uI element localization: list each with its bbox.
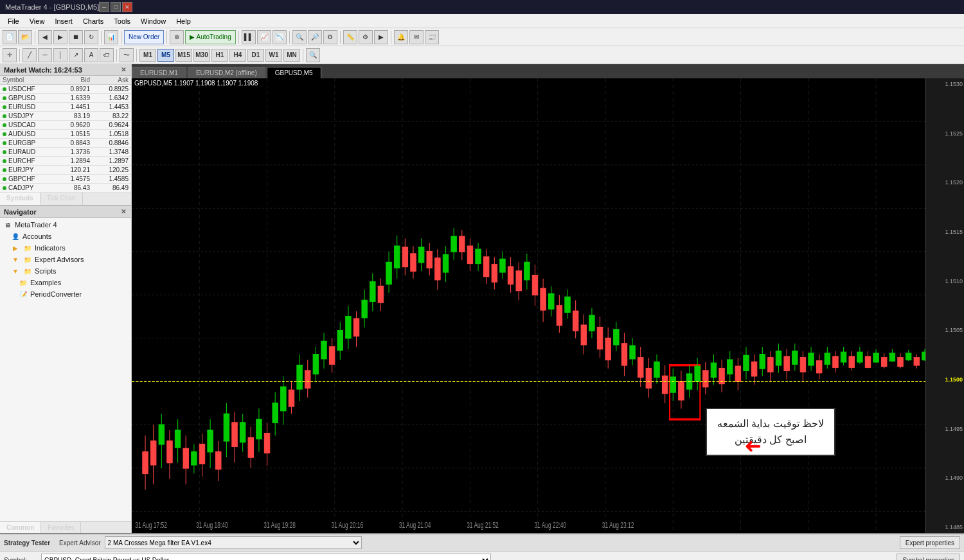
svg-rect-105	[476, 249, 481, 263]
new-order-button[interactable]: New Order	[124, 30, 164, 44]
vline-btn[interactable]: │	[53, 48, 67, 62]
refresh-btn[interactable]: ↻	[84, 30, 98, 44]
folder-icon-indicators: ▶	[10, 243, 21, 253]
hline-btn[interactable]: ─	[38, 48, 52, 62]
tf-w1[interactable]: W1	[265, 49, 282, 62]
market-row[interactable]: CADJPY 86.43 86.49	[0, 184, 131, 193]
expert-properties-button[interactable]: Expert properties	[900, 536, 960, 549]
label-btn[interactable]: 🏷	[100, 48, 114, 62]
tf-m1[interactable]: M1	[139, 49, 156, 62]
svg-rect-182	[784, 356, 789, 371]
stop-btn[interactable]: ⏹	[69, 30, 83, 44]
tf-m30[interactable]: M30	[193, 49, 210, 62]
new-btn[interactable]: 📄	[3, 30, 17, 44]
market-row[interactable]: GBPUSD 1.6339 1.6342	[0, 94, 131, 103]
back-btn[interactable]: ◀	[38, 30, 52, 44]
close-button[interactable]: ✕	[122, 2, 132, 12]
search-btn[interactable]: 🔍	[306, 48, 320, 62]
line-btn[interactable]: ╱	[22, 48, 37, 62]
indicator-btn[interactable]: 📏	[343, 30, 357, 44]
menu-file[interactable]: File	[3, 14, 24, 28]
nav-metatrader4[interactable]: 🖥 MetaTrader 4	[1, 219, 130, 231]
market-row[interactable]: EURUSD 1.4451 1.4453	[0, 103, 131, 112]
crosshair-btn[interactable]: ✛	[3, 48, 17, 62]
svg-rect-198	[849, 356, 854, 367]
market-row[interactable]: GBPCHF 1.4575 1.4585	[0, 175, 131, 184]
props-btn[interactable]: ⚙	[323, 30, 337, 44]
tab-tick-chart[interactable]: Tick Chart	[40, 193, 83, 205]
tf-m5[interactable]: M5	[157, 49, 174, 62]
nav-indicators[interactable]: ▶ 📁 Indicators	[9, 242, 130, 254]
symbol-dropdown[interactable]: GBPUSD, Great Britain Pound vs US Dollar	[41, 554, 491, 560]
bid-price: 86.43	[51, 184, 90, 191]
mail-btn[interactable]: ✉	[409, 30, 424, 44]
open-btn[interactable]: 📂	[18, 30, 32, 44]
zoom-in2-btn[interactable]: 🔎	[308, 30, 322, 44]
svg-rect-91	[418, 247, 424, 263]
tf-h1[interactable]: H1	[211, 49, 228, 62]
arrow-btn[interactable]: ↗	[69, 48, 83, 62]
chart-candle-btn[interactable]: 📈	[257, 30, 271, 44]
chart-line-btn[interactable]: 📉	[272, 30, 287, 44]
ea-dropdown[interactable]: 2 MA Crosses Mega filter EA V1.ex4	[105, 536, 362, 549]
menu-charts[interactable]: Charts	[78, 14, 109, 28]
svg-rect-202	[865, 356, 870, 367]
expert-btn[interactable]: ⚙	[359, 30, 373, 44]
svg-rect-61	[297, 365, 302, 389]
market-row[interactable]: USDCAD 0.9620 0.9624	[0, 121, 131, 130]
tf-m15[interactable]: M15	[175, 49, 192, 62]
profile-btn[interactable]: 📊	[104, 30, 118, 44]
market-row[interactable]: USDJPY 83.19 83.22	[0, 112, 131, 121]
nav-tab-common[interactable]: Common	[0, 522, 41, 533]
nav-expert-advisors[interactable]: ▼ 📁 Expert Advisors	[9, 254, 130, 265]
fibonacci-btn[interactable]: 〜	[120, 48, 134, 62]
script-btn[interactable]: ▶	[374, 30, 388, 44]
navigator-close[interactable]: ✕	[120, 207, 127, 216]
chart-tab-gbpusd-m5[interactable]: GBPUSD,M5	[267, 67, 321, 78]
svg-rect-168	[727, 360, 733, 374]
zoom-out-btn[interactable]: 🔍	[292, 30, 307, 44]
svg-rect-79	[370, 282, 375, 301]
market-watch-close[interactable]: ✕	[120, 66, 127, 74]
tab-symbols[interactable]: Symbols	[0, 193, 40, 205]
text-btn[interactable]: A	[84, 48, 98, 62]
svg-rect-212	[906, 353, 911, 360]
symbol-name: EURJPY	[8, 166, 33, 173]
restore-button[interactable]: □	[111, 2, 121, 12]
symbol-properties-button[interactable]: Symbol properties	[897, 554, 960, 560]
chart-canvas[interactable]: GBPUSD,M5 1.1907 1.1908 1.1907 1.1908	[132, 78, 964, 533]
market-row[interactable]: EURCHF 1.2894 1.2897	[0, 157, 131, 166]
tf-mn[interactable]: MN	[283, 49, 300, 62]
alert-btn[interactable]: 🔔	[394, 30, 408, 44]
svg-rect-47	[240, 423, 245, 442]
menu-tools[interactable]: Tools	[109, 14, 136, 28]
minimize-button[interactable]: ─	[99, 2, 109, 12]
tf-h4[interactable]: H4	[229, 49, 246, 62]
menu-view[interactable]: View	[24, 14, 50, 28]
news-btn[interactable]: 📰	[425, 30, 439, 44]
market-row[interactable]: EURAUD 1.3736 1.3748	[0, 148, 131, 157]
person-icon: 👤	[10, 231, 21, 241]
tf-d1[interactable]: D1	[247, 49, 264, 62]
market-row[interactable]: EURJPY 120.21 120.25	[0, 166, 131, 175]
nav-scripts[interactable]: ▼ 📁 Scripts	[9, 265, 130, 277]
menu-window[interactable]: Window	[136, 14, 171, 28]
market-row[interactable]: AUDUSD 1.0515 1.0518	[0, 130, 131, 139]
autotrading-button[interactable]: ▶ AutoTrading	[185, 30, 235, 44]
chart-bar-btn[interactable]: ▌▌	[242, 30, 256, 44]
market-row[interactable]: USDCHF 0.8921 0.8925	[0, 85, 131, 94]
chart-tab-eurusd-m1[interactable]: EURUSD,M1	[132, 67, 186, 78]
nav-tab-favorites[interactable]: Favorites	[41, 522, 81, 533]
chart-tab-eurusd-m2[interactable]: EURUSD,M2 (offline)	[188, 67, 265, 78]
forward-btn[interactable]: ▶	[53, 30, 67, 44]
menu-insert[interactable]: Insert	[49, 14, 78, 28]
zoom-in-btn[interactable]: ⊕	[170, 30, 184, 44]
sep5	[238, 31, 239, 44]
nav-period-converter[interactable]: 📝 PeriodConverter	[17, 288, 130, 300]
nav-examples[interactable]: 📁 Examples	[17, 277, 130, 288]
menu-help[interactable]: Help	[171, 14, 196, 28]
svg-rect-65	[313, 354, 318, 374]
candlestick-chart: 31 Aug 17:52 31 Aug 18:40 31 Aug 19:28 3…	[132, 78, 964, 533]
nav-accounts[interactable]: 👤 Accounts	[9, 231, 130, 242]
market-row[interactable]: EURGBP 0.8843 0.8846	[0, 139, 131, 148]
